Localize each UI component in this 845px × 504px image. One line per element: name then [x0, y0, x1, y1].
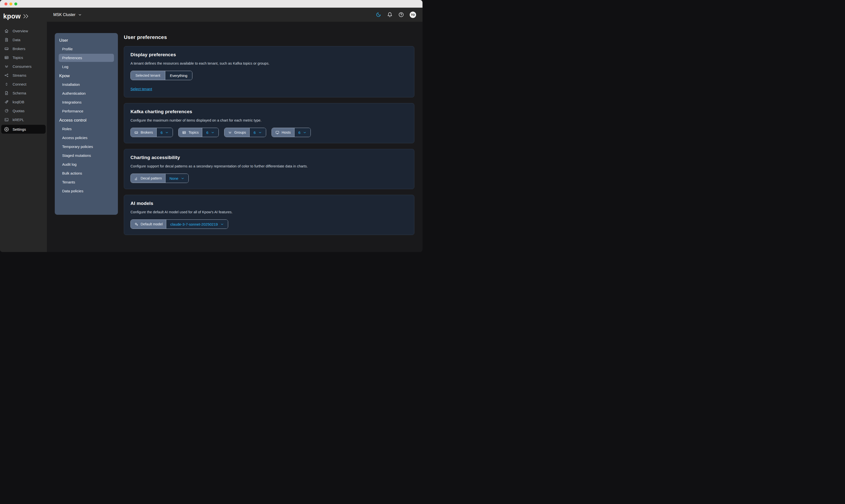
selector-label: Hosts — [282, 130, 291, 134]
selector-label: Groups — [234, 130, 246, 134]
hosts-label: Hosts — [272, 128, 294, 137]
sidebar-item-consumers[interactable]: Consumers — [1, 62, 46, 70]
selector-value: 6 — [206, 130, 208, 134]
topics-max-dropdown[interactable]: 6 — [202, 128, 218, 137]
default-model-selector: Default model claude-3-7-sonnet-20250219 — [130, 219, 228, 229]
close-button[interactable] — [4, 2, 7, 5]
settings-nav-bulk-actions[interactable]: Bulk actions — [59, 169, 114, 177]
sidebar-item-ksqldb[interactable]: ksqlDB — [1, 98, 46, 106]
sidebar-item-label: Connect — [13, 82, 26, 86]
settings-nav-data-policies[interactable]: Data policies — [59, 187, 114, 195]
settings-section-access-control: Access control — [59, 116, 114, 124]
kafka-charting-preferences-card: Kafka charting preferences Configure the… — [124, 103, 414, 143]
sidebar-item-label: Data — [13, 38, 20, 42]
table-icon — [182, 130, 186, 134]
sidebar-nav: Overview Data Brokers Topics Consumers — [0, 26, 47, 134]
zoom-button[interactable] — [14, 2, 17, 5]
card-description: Configure support for decal patterns as … — [130, 164, 408, 168]
chevron-down-icon — [303, 131, 307, 134]
rocket-icon — [4, 100, 9, 104]
sidebar-item-data[interactable]: Data — [1, 36, 46, 43]
sidebar-item-label: Consumers — [13, 64, 32, 69]
settings-nav-performance[interactable]: Performance — [59, 107, 114, 115]
select-tenant-link[interactable]: Select tenant — [130, 87, 152, 91]
sparkle-icon — [134, 222, 138, 226]
sidebar-item-topics[interactable]: Topics — [1, 54, 46, 61]
sidebar-item-label: ksqlDB — [13, 100, 24, 104]
card-description: Configure the maximum number of items di… — [130, 118, 408, 122]
settings-section-user: User — [59, 37, 114, 44]
topics-label: Topics — [179, 128, 202, 137]
sidebar-item-krepl[interactable]: kREPL — [1, 116, 46, 123]
sidebar-item-label: Topics — [13, 55, 23, 60]
minimize-button[interactable] — [10, 2, 12, 5]
tenant-scope-toggle: Selected tenant Everything — [130, 71, 192, 80]
chevron-down-icon — [258, 131, 262, 134]
sidebar-item-quotas[interactable]: Quotas — [1, 107, 46, 114]
settings-nav-roles[interactable]: Roles — [59, 125, 114, 133]
selector-label: Decal pattern — [141, 176, 162, 180]
moon-icon[interactable] — [376, 12, 381, 18]
selector-label: Brokers — [141, 130, 153, 134]
app-window: kpow Overview Data Brokers — [0, 0, 422, 252]
file-search-icon — [4, 37, 9, 42]
chevron-down-icon — [78, 13, 82, 17]
settings-nav-audit-log[interactable]: Audit log — [59, 160, 114, 168]
settings-nav-installation[interactable]: Installation — [59, 80, 114, 89]
settings-nav-access-policies[interactable]: Access policies — [59, 134, 114, 142]
avatar[interactable]: TO — [410, 12, 416, 18]
groups-label: Groups — [224, 128, 250, 137]
help-icon[interactable] — [398, 12, 404, 18]
settings-nav-staged-mutations[interactable]: Staged mutations — [59, 151, 114, 160]
settings-nav-authentication[interactable]: Authentication — [59, 89, 114, 97]
sidebar-item-label: kREPL — [13, 118, 24, 122]
settings-nav-tenants[interactable]: Tenants — [59, 178, 114, 186]
selector-value: 6 — [161, 130, 163, 134]
sidebar-item-label: Settings — [13, 127, 26, 131]
settings-nav-profile[interactable]: Profile — [59, 45, 114, 53]
monitor-icon — [275, 130, 280, 134]
double-chevron-icon — [23, 14, 29, 19]
gear-icon — [4, 127, 9, 132]
default-model-dropdown[interactable]: claude-3-7-sonnet-20250219 — [166, 220, 228, 229]
brokers-max-dropdown[interactable]: 6 — [156, 128, 173, 137]
groups-max-dropdown[interactable]: 6 — [249, 128, 266, 137]
decal-pattern-dropdown[interactable]: None — [165, 174, 188, 183]
sidebar-item-label: Overview — [13, 29, 28, 33]
selector-label: Topics — [188, 130, 199, 134]
selector-value: claude-3-7-sonnet-20250219 — [170, 222, 218, 226]
sidebar-item-brokers[interactable]: Brokers — [1, 45, 46, 52]
topics-chart-max-selector: Topics 6 — [178, 128, 218, 137]
server-icon — [4, 46, 9, 51]
cluster-selector[interactable]: MSK Cluster — [53, 13, 82, 17]
kpow-logo[interactable]: kpow — [0, 12, 47, 21]
sidebar-item-connect[interactable]: Connect — [1, 80, 46, 88]
bell-icon[interactable] — [387, 12, 392, 18]
settings-nav-integrations[interactable]: Integrations — [59, 98, 114, 106]
sidebar-item-settings[interactable]: Settings — [1, 125, 46, 134]
sidebar-item-label: Brokers — [13, 47, 25, 51]
hosts-max-dropdown[interactable]: 6 — [294, 128, 310, 137]
brokers-label: Brokers — [131, 128, 156, 137]
sidebar-item-schema[interactable]: Schema — [1, 89, 46, 97]
chevron-down-icon — [211, 131, 215, 134]
toggle-option-selected-tenant[interactable]: Selected tenant — [131, 71, 165, 80]
bar-chart-icon — [134, 176, 138, 180]
sidebar-item-overview[interactable]: Overview — [1, 27, 46, 35]
page-title: User preferences — [124, 34, 414, 40]
decal-pattern-selector: Decal pattern None — [130, 174, 189, 183]
server-icon — [134, 130, 138, 134]
sidebar-item-streams[interactable]: Streams — [1, 72, 46, 79]
main-area: User Profile Preferences Log Kpow Instal… — [47, 22, 422, 252]
content-column: User preferences Display preferences A t… — [124, 33, 414, 252]
card-title: Display preferences — [130, 52, 408, 57]
toggle-option-everything[interactable]: Everything — [165, 71, 192, 80]
hosts-chart-max-selector: Hosts 6 — [272, 128, 311, 137]
settings-nav-preferences[interactable]: Preferences — [59, 54, 114, 62]
card-title: Charting accessibility — [130, 155, 408, 160]
default-model-label: Default model — [131, 220, 166, 229]
chevrons-down-icon — [228, 130, 232, 134]
settings-nav-log[interactable]: Log — [59, 62, 114, 71]
settings-nav-temporary-policies[interactable]: Temporary policies — [59, 143, 114, 151]
window-controls — [4, 2, 17, 5]
